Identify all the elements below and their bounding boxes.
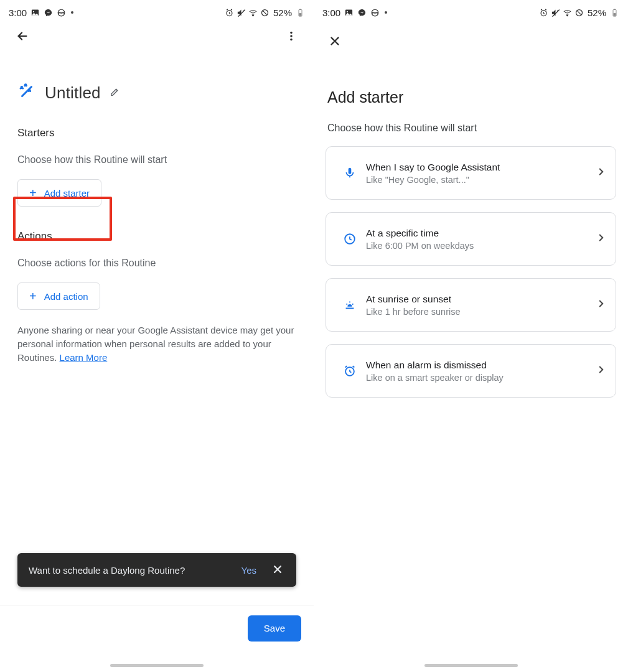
daylong-routine-snackbar: Want to schedule a Daylong Routine? Yes xyxy=(17,553,296,587)
option-subtitle: Like 1 hr before sunrise xyxy=(366,307,596,317)
svg-point-16 xyxy=(567,15,568,16)
messenger-icon xyxy=(357,8,367,17)
snackbar-message: Want to schedule a Daylong Routine? xyxy=(29,565,232,576)
svg-rect-7 xyxy=(299,9,301,10)
chevron-right-icon xyxy=(596,364,607,378)
snackbar-yes-button[interactable]: Yes xyxy=(232,565,266,576)
svg-rect-20 xyxy=(614,13,616,16)
app-bar xyxy=(0,21,314,51)
svg-point-4 xyxy=(253,15,254,16)
svg-rect-8 xyxy=(299,13,302,16)
status-time: 3:00 xyxy=(9,7,27,18)
routine-title[interactable]: Untitled xyxy=(45,83,101,103)
footer-bar: Save xyxy=(0,605,314,651)
svg-rect-21 xyxy=(349,168,352,174)
option-title: At sunrise or sunset xyxy=(366,294,596,305)
back-button[interactable] xyxy=(10,24,35,49)
learn-more-link[interactable]: Learn More xyxy=(60,352,108,363)
option-title: At a specific time xyxy=(366,228,596,239)
status-time: 3:00 xyxy=(322,7,340,18)
wifi-icon xyxy=(248,8,258,17)
option-subtitle: Like "Hey Google, start..." xyxy=(366,175,596,185)
wifi-icon xyxy=(563,8,572,17)
gesture-nav-bar[interactable] xyxy=(110,664,204,667)
messenger-icon xyxy=(44,8,53,17)
option-title: When I say to Google Assistant xyxy=(366,162,596,173)
page-hint: Choose how this Routine will start xyxy=(314,106,628,134)
snackbar-close-button[interactable] xyxy=(266,558,289,582)
starter-option-time[interactable]: At a specific time Like 6:00 PM on weekd… xyxy=(326,212,616,266)
plus-icon: + xyxy=(29,290,37,302)
notification-dot xyxy=(385,11,387,14)
sports-icon xyxy=(57,8,66,17)
clock-icon xyxy=(337,232,362,246)
mute-icon xyxy=(237,8,246,17)
disclaimer-text: Anyone sharing or near your Google Assis… xyxy=(0,310,314,364)
page-title: Add starter xyxy=(314,54,628,106)
svg-point-10 xyxy=(290,35,292,37)
notification-dot xyxy=(71,11,73,14)
chevron-right-icon xyxy=(596,166,607,180)
svg-point-13 xyxy=(347,11,348,12)
save-button[interactable]: Save xyxy=(248,615,301,642)
overflow-menu-button[interactable] xyxy=(279,24,304,49)
svg-point-1 xyxy=(33,11,34,12)
status-bar: 3:00 52% xyxy=(0,0,314,21)
svg-point-9 xyxy=(290,32,292,34)
add-action-label: Add action xyxy=(44,291,88,302)
routine-title-row: Untitled xyxy=(0,51,314,110)
add-action-button[interactable]: + Add action xyxy=(17,282,100,310)
starter-options-list: When I say to Google Assistant Like "Hey… xyxy=(314,134,628,398)
plus-icon: + xyxy=(29,187,37,199)
battery-pct: 52% xyxy=(588,7,606,18)
add-starter-button[interactable]: + Add starter xyxy=(17,179,101,207)
alarm-icon xyxy=(225,8,234,17)
screen-routine-editor: 3:00 52% Untitled S xyxy=(0,0,314,672)
magic-wand-icon xyxy=(17,82,36,103)
screen-add-starter: 3:00 52% Add starter Choose how this Rou… xyxy=(314,0,628,672)
actions-hint: Choose actions for this Routine xyxy=(0,243,314,269)
microphone-icon xyxy=(337,166,362,180)
close-button[interactable] xyxy=(322,29,347,54)
starters-section-label: Starters xyxy=(0,110,314,139)
alarm-clock-icon xyxy=(337,364,362,378)
starters-hint: Choose how this Routine will start xyxy=(0,139,314,166)
svg-rect-19 xyxy=(614,9,616,10)
mute-icon xyxy=(551,8,560,17)
option-subtitle: Like on a smart speaker or display xyxy=(366,373,596,383)
edit-title-icon[interactable] xyxy=(110,86,120,100)
chevron-right-icon xyxy=(596,298,607,312)
gesture-nav-bar[interactable] xyxy=(424,664,518,667)
svg-point-11 xyxy=(290,39,292,40)
status-bar: 3:00 52% xyxy=(314,0,628,21)
battery-icon xyxy=(296,8,305,17)
add-starter-label: Add starter xyxy=(44,188,90,198)
sports-icon xyxy=(370,8,380,17)
starter-option-voice[interactable]: When I say to Google Assistant Like "Hey… xyxy=(326,146,616,200)
actions-section-label: Actions xyxy=(0,207,314,243)
starter-option-alarm[interactable]: When an alarm is dismissed Like on a sma… xyxy=(326,344,616,398)
image-icon xyxy=(30,8,40,17)
option-title: When an alarm is dismissed xyxy=(366,360,596,371)
battery-pct: 52% xyxy=(273,7,292,18)
starter-option-sun[interactable]: At sunrise or sunset Like 1 hr before su… xyxy=(326,278,616,332)
chevron-right-icon xyxy=(596,232,607,246)
battery-icon xyxy=(610,8,619,17)
option-subtitle: Like 6:00 PM on weekdays xyxy=(366,241,596,251)
no-sim-icon xyxy=(260,8,269,17)
image-icon xyxy=(344,8,354,17)
sunrise-icon xyxy=(337,298,362,312)
no-sim-icon xyxy=(574,8,584,17)
alarm-icon xyxy=(539,8,548,17)
